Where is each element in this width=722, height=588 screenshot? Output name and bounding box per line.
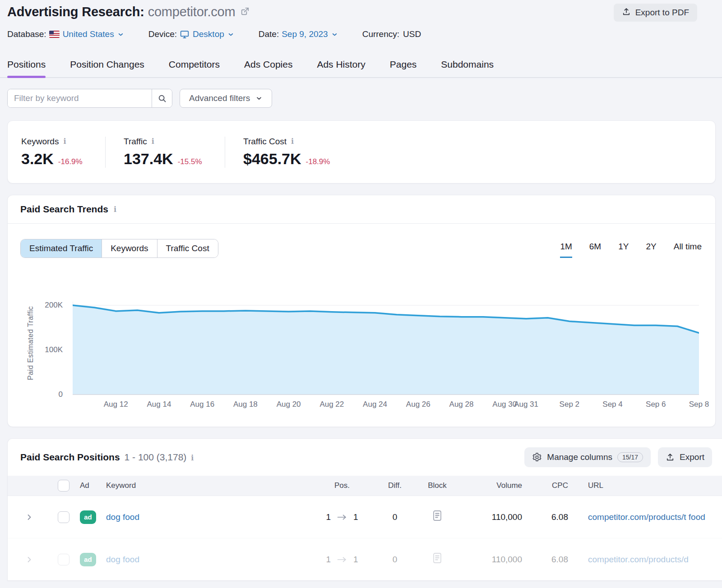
row-expander-icon[interactable] bbox=[25, 513, 34, 522]
stat-keywords-value: 3.2K bbox=[21, 150, 54, 168]
url-link[interactable]: competitor.com/products/d bbox=[588, 555, 689, 564]
stat-keywords: Keywordsi 3.2K -16.9% bbox=[8, 137, 105, 168]
database-selector[interactable]: United States bbox=[49, 29, 124, 39]
ad-badge[interactable]: ad bbox=[80, 553, 96, 566]
info-icon[interactable]: i bbox=[63, 137, 66, 146]
device-value: Desktop bbox=[193, 29, 224, 39]
row-checkbox[interactable] bbox=[58, 554, 69, 565]
info-icon[interactable]: i bbox=[191, 454, 194, 462]
stat-traffic-change: -15.5% bbox=[178, 157, 202, 166]
device-selector[interactable]: Desktop bbox=[180, 29, 234, 39]
positions-range-text: 1 - 100 (3,178) bbox=[125, 452, 187, 463]
x-axis-tick: Sep 2 bbox=[560, 400, 579, 409]
row-checkbox[interactable] bbox=[58, 511, 69, 523]
desktop-icon bbox=[180, 30, 190, 39]
x-axis-tick: Aug 16 bbox=[190, 400, 214, 409]
x-axis-tick: Aug 26 bbox=[406, 400, 430, 409]
report-tabs: Positions Position Changes Competitors A… bbox=[0, 53, 722, 78]
chevron-down-icon bbox=[255, 95, 263, 102]
y-axis-tick: 100K bbox=[34, 345, 63, 354]
database-value: United States bbox=[63, 29, 114, 39]
x-axis-tick: Aug 18 bbox=[233, 400, 258, 409]
col-keyword: Keyword bbox=[106, 481, 308, 490]
pos-to: 1 bbox=[353, 512, 358, 522]
position-cell: 1 1 bbox=[308, 555, 376, 565]
paid-search-trends-card: Paid Search Trends i Estimated Traffic K… bbox=[7, 195, 716, 427]
chevron-down-icon bbox=[331, 31, 338, 38]
page-title: Advertising Research:competitor.com bbox=[7, 5, 235, 19]
tab-ads-history[interactable]: Ads History bbox=[317, 53, 365, 77]
tab-position-changes[interactable]: Position Changes bbox=[70, 53, 144, 77]
diff-value: 0 bbox=[393, 555, 398, 565]
x-axis-tick: Aug 12 bbox=[104, 400, 128, 409]
export-to-pdf-label: Export to PDF bbox=[635, 8, 689, 18]
tab-positions[interactable]: Positions bbox=[7, 53, 46, 77]
positions-table-header: Ad Keyword Pos. Diff. Block Volume CPC U… bbox=[8, 476, 722, 496]
date-selector[interactable]: Sep 9, 2023 bbox=[282, 29, 338, 39]
chevron-down-icon bbox=[117, 31, 124, 38]
manage-columns-button[interactable]: Manage columns 15/17 bbox=[524, 447, 651, 467]
select-all-checkbox[interactable] bbox=[58, 480, 69, 492]
manage-columns-label: Manage columns bbox=[547, 452, 612, 462]
export-button[interactable]: Export bbox=[658, 447, 712, 467]
range-1y[interactable]: 1Y bbox=[618, 242, 629, 258]
external-link-icon[interactable] bbox=[240, 6, 250, 18]
tab-subdomains[interactable]: Subdomains bbox=[441, 53, 494, 77]
metric-estimated-traffic[interactable]: Estimated Traffic bbox=[21, 239, 102, 257]
currency-label: Currency: bbox=[362, 29, 399, 39]
upload-icon bbox=[622, 7, 631, 18]
y-axis-tick: 0 bbox=[34, 390, 63, 399]
device-label: Device: bbox=[148, 29, 177, 39]
block-icon[interactable] bbox=[432, 552, 442, 566]
volume-value: 110,000 bbox=[492, 512, 535, 522]
keyword-filter-input[interactable] bbox=[8, 89, 152, 107]
tab-competitors[interactable]: Competitors bbox=[169, 53, 220, 77]
stat-traffic-cost-label: Traffic Cost bbox=[243, 137, 287, 147]
range-1m[interactable]: 1M bbox=[560, 242, 572, 258]
gear-icon bbox=[532, 452, 542, 462]
export-label: Export bbox=[680, 452, 704, 462]
info-icon[interactable]: i bbox=[152, 137, 154, 146]
page-title-domain: competitor.com bbox=[148, 5, 236, 19]
chevron-right-icon bbox=[25, 555, 34, 564]
x-axis-tick: Sep 4 bbox=[602, 400, 622, 409]
keyword-link[interactable]: dog food bbox=[106, 555, 139, 564]
pos-to: 1 bbox=[353, 555, 358, 565]
info-icon[interactable]: i bbox=[291, 137, 294, 146]
table-row: ad dog food 1 1 0 110,000 6.08 competito… bbox=[8, 496, 722, 538]
table-row: ad dog food 1 1 0 110,000 6.08 competito… bbox=[8, 538, 722, 580]
advanced-filters-button[interactable]: Advanced filters bbox=[180, 89, 272, 108]
keyword-search-button[interactable] bbox=[152, 89, 172, 107]
range-6m[interactable]: 6M bbox=[589, 242, 601, 258]
stat-traffic-value: 137.4K bbox=[124, 150, 173, 168]
range-all-time[interactable]: All time bbox=[674, 242, 702, 258]
tab-ads-copies[interactable]: Ads Copies bbox=[244, 53, 292, 77]
stat-traffic: Traffici 137.4K -15.5% bbox=[105, 137, 225, 168]
x-axis-tick: Aug 14 bbox=[147, 400, 171, 409]
col-url: URL bbox=[582, 481, 722, 490]
metric-keywords[interactable]: Keywords bbox=[102, 239, 157, 257]
arrow-right-icon bbox=[337, 514, 347, 521]
range-2y[interactable]: 2Y bbox=[646, 242, 656, 258]
stat-traffic-cost: Traffic Costi $465.7K -18.9% bbox=[225, 137, 348, 168]
x-axis-tick: Sep 6 bbox=[646, 400, 666, 409]
info-icon[interactable]: i bbox=[114, 205, 116, 214]
chart-y-axis-label: Paid Estimated Traffic bbox=[27, 306, 35, 380]
row-expander-icon[interactable] bbox=[25, 555, 34, 564]
us-flag-icon bbox=[49, 31, 60, 38]
ad-badge[interactable]: ad bbox=[80, 510, 96, 524]
cpc-value: 6.08 bbox=[551, 512, 582, 522]
col-pos: Pos. bbox=[334, 481, 350, 490]
trends-title: Paid Search Trends bbox=[20, 204, 108, 215]
block-icon[interactable] bbox=[432, 510, 442, 524]
positions-title: Paid Search Positions bbox=[20, 452, 120, 463]
keyword-link[interactable]: dog food bbox=[106, 512, 139, 522]
page-title-prefix: Advertising Research: bbox=[7, 5, 144, 19]
pos-from: 1 bbox=[326, 512, 331, 522]
tab-pages[interactable]: Pages bbox=[390, 53, 417, 77]
url-link[interactable]: competitor.com/products/t food bbox=[588, 512, 705, 522]
export-to-pdf-button[interactable]: Export to PDF bbox=[614, 4, 697, 22]
trends-range-selector: 1M 6M 1Y 2Y All time bbox=[560, 239, 702, 258]
x-axis-tick: Aug 28 bbox=[449, 400, 474, 409]
metric-traffic-cost[interactable]: Traffic Cost bbox=[157, 239, 218, 257]
